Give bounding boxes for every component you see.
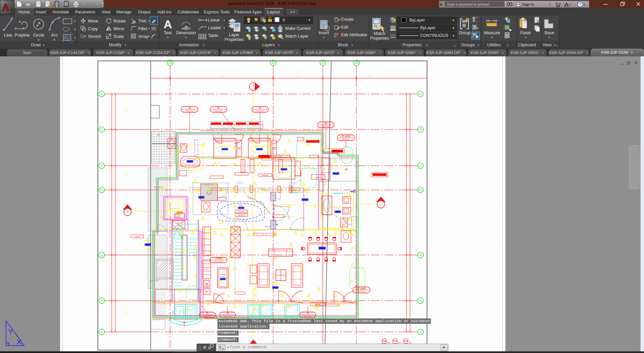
svg-text:BATHROOM 1: BATHROOM 1 xyxy=(333,206,342,208)
svg-text:RECEPTION: RECEPTION xyxy=(272,282,280,284)
svg-text:Trim: Trim xyxy=(138,19,147,23)
svg-text:8700: 8700 xyxy=(220,76,224,78)
svg-text:↘: ↘ xyxy=(454,44,456,47)
svg-text:▾: ▾ xyxy=(584,3,585,6)
svg-text:▾: ▾ xyxy=(549,36,550,39)
svg-text:P: P xyxy=(101,164,103,167)
svg-text:KSR-SJP-445: KSR-SJP-445 xyxy=(304,316,311,317)
svg-text:BEDROOM 03: BEDROOM 03 xyxy=(220,146,230,148)
svg-text:TYPE 01a: TYPE 01a xyxy=(335,208,340,210)
svg-text:Sign In: Sign In xyxy=(522,2,534,6)
svg-text:KSR-D08: KSR-D08 xyxy=(135,236,140,238)
svg-text:Circle: Circle xyxy=(33,33,44,38)
svg-text:▾: ▾ xyxy=(491,36,493,39)
svg-text:Group: Group xyxy=(459,31,470,35)
svg-text:10 PERSON LIFT: 10 PERSON LIFT xyxy=(170,208,181,209)
svg-text:Properties: Properties xyxy=(403,43,422,47)
svg-text:▾: ▾ xyxy=(75,28,76,31)
svg-text:DRESSING: DRESSING xyxy=(332,167,339,169)
svg-text:▾: ▾ xyxy=(351,44,353,47)
svg-text:▾: ▾ xyxy=(478,44,479,47)
svg-text:Edit Attributes: Edit Attributes xyxy=(341,33,367,37)
svg-text:TYPE 02a: TYPE 02a xyxy=(189,172,195,173)
svg-text:ROOM + METERS: ROOM + METERS xyxy=(299,192,311,194)
svg-text:▾: ▾ xyxy=(224,27,225,30)
svg-text:3650: 3650 xyxy=(126,172,127,176)
svg-text:4500: 4500 xyxy=(297,76,301,78)
svg-text:▾: ▾ xyxy=(148,19,150,22)
svg-text:ROOM: ROOM xyxy=(274,284,278,286)
svg-text:Make Current: Make Current xyxy=(285,26,311,31)
svg-text:3650: 3650 xyxy=(155,233,157,237)
svg-text:BATHROOM 2: BATHROOM 2 xyxy=(188,170,197,171)
svg-text:KSR-SJP-461: KSR-SJP-461 xyxy=(256,110,264,112)
svg-text:20: 20 xyxy=(355,61,358,64)
svg-text:▾: ▾ xyxy=(98,3,100,6)
svg-text:▾: ▾ xyxy=(525,36,526,39)
svg-text:Move: Move xyxy=(88,19,98,23)
svg-text:Scale: Scale xyxy=(113,34,124,39)
svg-text:KSR-SJP-461: KSR-SJP-461 xyxy=(322,126,330,127)
svg-text:Mirror: Mirror xyxy=(113,27,125,31)
svg-text:LIFT: LIFT xyxy=(146,238,148,239)
svg-text:Dimension: Dimension xyxy=(176,31,196,35)
svg-text:KSR-SJP-D600: KSR-SJP-D600 xyxy=(214,261,223,262)
svg-text:Leader: Leader xyxy=(208,26,221,30)
svg-text:Layers: Layers xyxy=(262,43,275,47)
svg-text:Q: Q xyxy=(100,253,103,257)
svg-text:KSR-SJP-461: KSR-SJP-461 xyxy=(204,316,211,317)
svg-text:ByLayer: ByLayer xyxy=(420,26,436,30)
svg-text:MIRROR: MIRROR xyxy=(316,177,321,178)
svg-text:3650: 3650 xyxy=(126,109,127,112)
svg-text:59 varied: 59 varied xyxy=(342,135,351,137)
svg-text:▾: ▾ xyxy=(278,44,279,47)
svg-text:Match Layer: Match Layer xyxy=(285,34,308,39)
svg-text:▾: ▾ xyxy=(507,44,508,47)
svg-text:▾: ▾ xyxy=(148,35,150,38)
svg-text:▾: ▾ xyxy=(125,44,126,47)
svg-text:P: P xyxy=(419,164,422,167)
svg-text:Match: Match xyxy=(374,31,385,36)
svg-text:Modify: Modify xyxy=(109,43,122,47)
svg-text:21: 21 xyxy=(321,61,325,64)
svg-text:STAIR 04: STAIR 04 xyxy=(194,252,195,258)
svg-text:BSR: BSR xyxy=(177,222,180,224)
svg-text:▼: ▼ xyxy=(452,34,455,38)
svg-text:View: View xyxy=(543,43,552,47)
svg-text:3650: 3650 xyxy=(126,248,127,252)
svg-text:▾: ▾ xyxy=(569,3,571,6)
svg-text:▾: ▾ xyxy=(75,36,76,39)
svg-text:CONTINUOUS: CONTINUOUS xyxy=(420,33,448,38)
svg-text:P1: P1 xyxy=(100,188,103,192)
svg-text:KSR-SJP-D8L: KSR-SJP-D8L xyxy=(238,215,245,216)
svg-text:Text: Text xyxy=(164,30,172,35)
svg-text:Arc: Arc xyxy=(51,33,58,38)
svg-text:3650: 3650 xyxy=(126,310,127,314)
svg-text:▾: ▾ xyxy=(426,44,428,47)
svg-text:▾: ▾ xyxy=(554,44,556,47)
svg-text:BATH: BATH xyxy=(188,158,192,159)
svg-text:Stretch: Stretch xyxy=(88,34,101,39)
svg-text:Rotate: Rotate xyxy=(113,19,126,23)
svg-text:0: 0 xyxy=(283,17,285,22)
svg-text:TABLE: TABLE xyxy=(320,245,324,247)
svg-text:Edit: Edit xyxy=(341,25,348,30)
svg-text:D8: D8 xyxy=(201,208,203,210)
svg-text:3450: 3450 xyxy=(407,142,409,146)
svg-text:3450: 3450 xyxy=(407,307,409,310)
svg-text:O: O xyxy=(419,128,422,131)
svg-text:▾: ▾ xyxy=(43,44,45,47)
svg-text:3450: 3450 xyxy=(407,105,409,109)
svg-text:Copy: Copy xyxy=(88,27,98,31)
svg-text:A: A xyxy=(164,18,172,31)
svg-text:63: 63 xyxy=(217,107,220,109)
svg-text:Base: Base xyxy=(545,31,554,35)
svg-text:59: 59 xyxy=(206,312,209,314)
svg-text:59 varied: 59 varied xyxy=(357,287,366,290)
svg-text:▼: ▼ xyxy=(452,19,455,22)
svg-text:UP: UP xyxy=(175,248,177,249)
svg-text:▼: ▼ xyxy=(452,27,455,30)
svg-text:▾: ▾ xyxy=(185,36,187,39)
svg-text:SO: SO xyxy=(276,223,278,225)
svg-text:R: R xyxy=(419,299,422,302)
